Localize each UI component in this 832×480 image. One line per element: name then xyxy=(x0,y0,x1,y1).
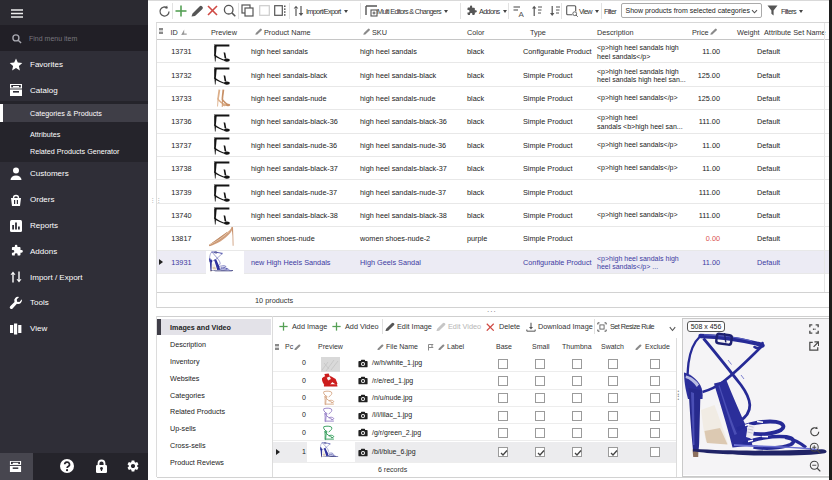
svg-text:A: A xyxy=(519,10,524,17)
